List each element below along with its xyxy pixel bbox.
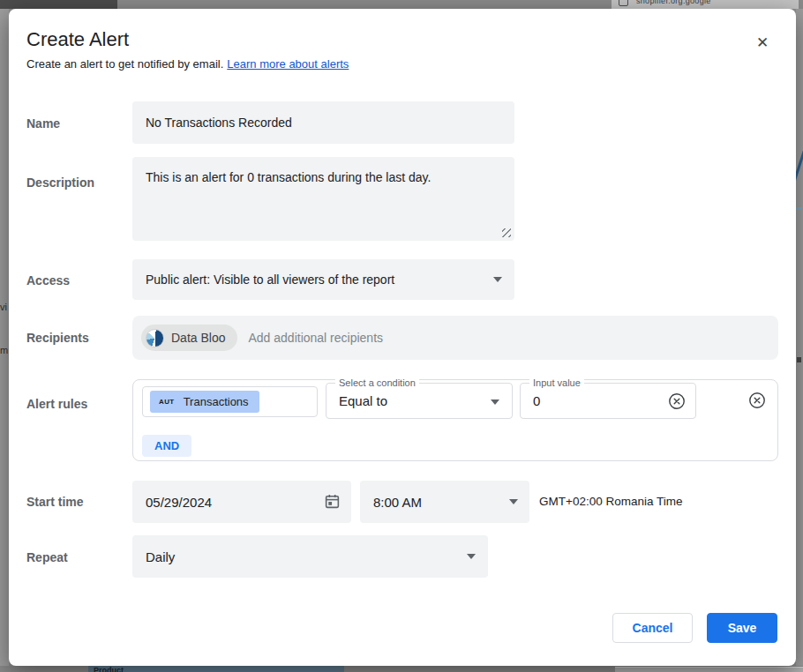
background-dark-panel <box>0 0 117 9</box>
create-alert-dialog: Create Alert ✕ Create an alert to get no… <box>9 9 796 666</box>
alert-rules-label: Alert rules <box>26 397 87 411</box>
dialog-footer: Cancel Save <box>612 613 777 643</box>
background-top-strip: shopifier.org.google <box>0 0 803 9</box>
learn-more-link[interactable]: Learn more about alerts <box>227 57 349 71</box>
input-value: 0 <box>533 393 540 408</box>
recipients-label: Recipients <box>26 331 89 345</box>
background-text-fragment: m <box>0 345 8 355</box>
background-chart-line-fragment <box>796 146 803 188</box>
background-browser-row: shopifier.org.google <box>612 0 799 9</box>
chevron-down-icon <box>493 277 502 282</box>
recipient-chip[interactable]: Data Bloo <box>141 325 237 351</box>
condition-value: Equal to <box>339 393 387 408</box>
background-bottom-strip: Product <box>0 666 803 672</box>
background-panel-fragment <box>615 667 803 672</box>
condition-value-input[interactable]: Input value 0 <box>520 383 696 419</box>
background-text-fragment: vi <box>0 302 7 312</box>
close-icon[interactable]: ✕ <box>752 32 773 53</box>
description-value: This is an alert for 0 transactions duri… <box>132 157 431 184</box>
repeat-label: Repeat <box>26 550 68 564</box>
clear-input-icon[interactable] <box>667 392 687 411</box>
shopping-bag-icon <box>619 0 628 6</box>
start-date-input[interactable]: 05/29/2024 <box>132 481 351 523</box>
start-time-value: 8:00 AM <box>360 495 422 510</box>
start-date-value: 05/29/2024 <box>132 495 212 510</box>
delete-rule-icon[interactable] <box>747 391 767 410</box>
name-input[interactable]: No Transactions Recorded <box>132 101 514 144</box>
metric-chip[interactable]: AUT Transactions <box>150 391 259 413</box>
description-label: Description <box>26 175 94 190</box>
condition-select[interactable]: Select a condition Equal to <box>326 383 513 419</box>
cancel-button[interactable]: Cancel <box>612 613 693 643</box>
chevron-down-icon <box>509 499 518 504</box>
condition-float-label: Select a condition <box>335 377 419 388</box>
recipients-placeholder: Add additional recipients <box>248 331 383 345</box>
metric-type-badge: AUT <box>159 398 175 406</box>
background-mark-fragment <box>797 357 801 362</box>
recipient-chip-label: Data Bloo <box>171 331 225 345</box>
background-right-strip <box>796 9 803 666</box>
metric-field[interactable]: AUT Transactions <box>142 386 318 417</box>
alert-rules-container: AUT Transactions Select a condition Equa… <box>132 379 778 461</box>
background-table-header-bar: Product <box>88 666 344 672</box>
access-value: Public alert: Visible to all viewers of … <box>132 273 394 287</box>
dialog-title: Create Alert <box>26 28 129 51</box>
background-url-fragment: shopifier.org.google <box>636 0 711 5</box>
access-select[interactable]: Public alert: Visible to all viewers of … <box>132 259 514 300</box>
description-textarea[interactable]: This is an alert for 0 transactions duri… <box>132 157 514 241</box>
chevron-down-icon <box>467 554 476 559</box>
background-left-strip: vi m <box>0 9 9 666</box>
chevron-down-icon <box>491 399 499 405</box>
background-table-header-text: Product <box>94 666 124 672</box>
start-time-label: Start time <box>26 495 84 509</box>
timezone-text: GMT+02:00 Romania Time <box>539 495 682 508</box>
repeat-value: Daily <box>132 549 175 564</box>
access-label: Access <box>26 273 70 287</box>
resize-handle-icon[interactable] <box>502 228 511 237</box>
name-value: No Transactions Recorded <box>132 116 292 130</box>
data-bloo-logo-icon <box>146 329 164 347</box>
save-button[interactable]: Save <box>707 613 777 643</box>
input-float-label: Input value <box>529 377 584 388</box>
calendar-icon[interactable] <box>324 493 341 512</box>
dialog-subtitle: Create an alert to get notified by email… <box>26 57 349 71</box>
metric-name: Transactions <box>184 395 249 408</box>
subtitle-text: Create an alert to get notified by email… <box>26 57 223 71</box>
background-chart-tick-fragment <box>796 207 802 210</box>
recipients-field[interactable]: Data Bloo Add additional recipients <box>132 316 778 360</box>
start-time-select[interactable]: 8:00 AM <box>360 481 529 523</box>
name-label: Name <box>26 116 60 131</box>
page-background: shopifier.org.google vi m Product Create… <box>0 0 803 672</box>
and-condition-button[interactable]: AND <box>142 435 191 457</box>
repeat-select[interactable]: Daily <box>132 535 488 578</box>
